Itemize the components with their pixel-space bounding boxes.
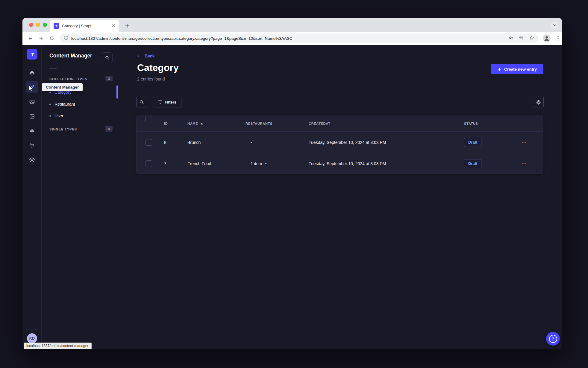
row-actions-button[interactable]: ⋯ [521, 153, 527, 174]
sort-ascending-icon [201, 123, 203, 124]
create-new-entry-button[interactable]: Create new entry [491, 64, 543, 74]
tab-title: Category | Strapi [62, 24, 108, 28]
single-types-count-badge: 0 [105, 126, 113, 132]
browser-window: Category | Strapi localhost:1337/admin/c… [22, 18, 562, 349]
ellipsis-icon: ⋯ [521, 141, 527, 144]
zoom-icon[interactable] [519, 35, 524, 42]
sidebar-item-user[interactable]: User [49, 113, 63, 119]
cell-id: 7 [164, 153, 166, 174]
new-tab-button[interactable] [124, 22, 131, 29]
header-id[interactable]: ID [164, 116, 168, 131]
bullet-icon [49, 115, 51, 117]
rail-divider [26, 64, 38, 64]
table-search-button[interactable] [136, 97, 147, 107]
row-checkbox[interactable] [146, 139, 152, 146]
strapi-favicon-icon [54, 23, 59, 29]
caret-down-icon [265, 163, 267, 164]
ellipsis-icon: ⋯ [521, 162, 527, 165]
browser-profile-avatar[interactable] [543, 34, 551, 42]
entries-count: 2 entries found [137, 77, 165, 81]
plus-icon [498, 67, 501, 71]
tab-search-chevron-icon[interactable] [551, 21, 558, 29]
active-item-indicator [116, 85, 118, 99]
collection-types-count-badge: 3 [105, 76, 113, 81]
reload-icon[interactable] [48, 34, 56, 42]
view-settings-gear-button[interactable] [533, 97, 544, 107]
close-window-button[interactable] [29, 23, 33, 27]
table-header-row: ID NAME RESTAURANTS CREATEDAT STATUS [137, 116, 543, 131]
browser-menu-icon[interactable] [554, 35, 562, 42]
row-checkbox[interactable] [146, 160, 152, 167]
strapi-admin-app: KD Content Manager COLLECTION TYPES 3 Ca… [22, 45, 562, 349]
filter-icon [158, 101, 162, 104]
nav-content-type-builder-icon[interactable] [26, 110, 38, 122]
subnav-search-button[interactable] [102, 52, 113, 63]
browser-toolbar: localhost:1337/admin/content-manager/col… [22, 32, 562, 45]
row-actions-button[interactable]: ⋯ [521, 132, 527, 153]
header-createdat[interactable]: CREATEDAT [309, 116, 331, 131]
password-key-icon[interactable] [508, 35, 514, 42]
table-row[interactable]: 7 French Food 1 item Tuesday, September … [137, 153, 543, 174]
subnav-title: Content Manager [49, 53, 92, 59]
cell-createdat: Tuesday, September 10, 2024 at 3:03 PM [309, 153, 386, 174]
select-all-checkbox[interactable] [146, 116, 152, 122]
browser-tabstrip: Category | Strapi [22, 18, 562, 32]
collection-types-label: COLLECTION TYPES [49, 77, 87, 81]
entries-table: ID NAME RESTAURANTS CREATEDAT STATUS 8 B… [136, 115, 543, 174]
bookmark-star-icon[interactable] [529, 35, 534, 42]
nav-media-library-icon[interactable] [26, 96, 38, 108]
close-tab-icon[interactable] [111, 23, 116, 28]
cell-createdat: Tuesday, September 10, 2024 at 3:03 PM [309, 132, 386, 153]
forward-icon[interactable] [37, 34, 45, 42]
page-title: Category [137, 62, 179, 73]
table-row[interactable]: 8 Brunch - Tuesday, September 10, 2024 a… [137, 131, 543, 153]
content-manager-tooltip: Content Manager [42, 83, 83, 91]
link-status-bar: localhost:1337/admin/content-manager [24, 343, 92, 349]
cell-status: Draft [464, 132, 481, 153]
status-badge: Draft [464, 138, 481, 147]
browser-tab-category[interactable]: Category | Strapi [50, 20, 119, 32]
url-bar[interactable]: localhost:1337/admin/content-manager/col… [60, 34, 539, 43]
single-types-label: SINGLE TYPES [49, 127, 77, 131]
nav-marketplace-cart-icon[interactable] [26, 139, 38, 151]
bullet-icon [49, 92, 51, 93]
restaurants-relation-toggle[interactable]: 1 item [251, 153, 267, 174]
minimize-window-button[interactable] [36, 23, 40, 27]
header-name[interactable]: NAME [187, 116, 203, 131]
subnav-divider [49, 68, 57, 69]
maximize-window-button[interactable] [43, 23, 47, 27]
url-text[interactable]: localhost:1337/admin/content-manager/col… [71, 36, 505, 41]
page-info-icon[interactable] [64, 36, 68, 41]
help-button[interactable]: ? [546, 332, 560, 346]
cell-name: Brunch [187, 132, 201, 153]
cell-name: French Food [187, 153, 211, 174]
rail-divider [26, 329, 38, 330]
filters-button[interactable]: Filters [153, 97, 181, 107]
bullet-icon [49, 104, 51, 105]
cell-restaurants: - [251, 132, 252, 153]
strapi-logo-icon[interactable] [27, 49, 37, 60]
status-badge: Draft [464, 159, 481, 168]
cell-status: Draft [464, 153, 481, 174]
back-link[interactable]: Back [137, 54, 154, 58]
header-status[interactable]: STATUS [464, 116, 478, 131]
nav-deploy-cloud-icon[interactable] [26, 125, 38, 137]
user-avatar[interactable]: KD [27, 333, 37, 343]
back-icon[interactable] [26, 34, 34, 42]
nav-settings-gear-icon[interactable] [26, 154, 38, 166]
back-arrow-icon [137, 54, 142, 58]
nav-home-icon[interactable] [26, 66, 38, 78]
mouse-cursor [28, 85, 35, 94]
cell-id: 8 [164, 132, 166, 153]
header-restaurants[interactable]: RESTAURANTS [245, 116, 272, 131]
sidebar-item-restaurant[interactable]: Restaurant [49, 101, 75, 107]
window-controls [22, 23, 47, 27]
question-mark-icon: ? [549, 335, 557, 343]
